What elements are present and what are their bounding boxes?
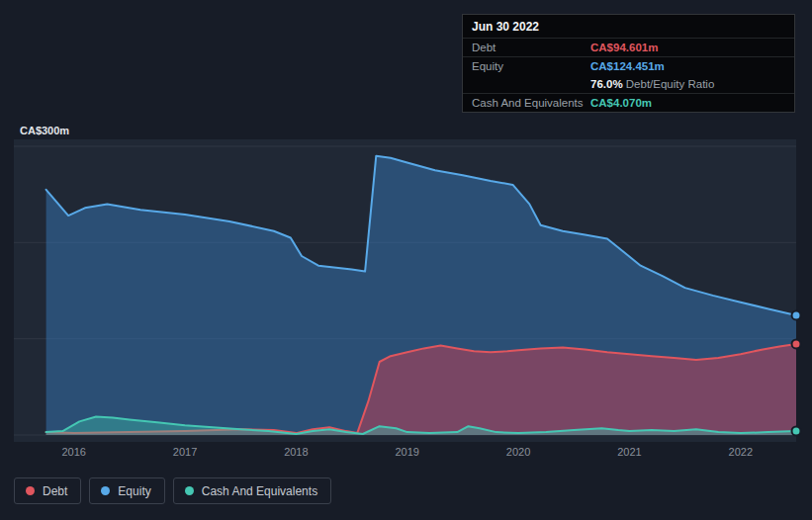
tooltip-ratio-value-group: 76.0% Debt/Equity Ratio xyxy=(590,78,714,90)
tooltip-ratio-value: 76.0% xyxy=(590,78,623,90)
legend: DebtEquityCash And Equivalents xyxy=(14,477,331,504)
chart-tooltip: Jun 30 2022 Debt CA$94.601m Equity CA$12… xyxy=(462,14,795,113)
legend-item-debt[interactable]: Debt xyxy=(14,477,81,504)
tooltip-equity-row: Equity CA$124.451m xyxy=(463,56,794,75)
legend-dot xyxy=(185,486,194,495)
chart-svg[interactable] xyxy=(14,146,796,435)
legend-item-equity[interactable]: Equity xyxy=(89,477,164,504)
legend-dot xyxy=(101,486,110,495)
x-axis-label: 2017 xyxy=(173,446,197,458)
legend-label: Debt xyxy=(43,484,67,498)
tooltip-cash-value: CA$4.070m xyxy=(590,97,652,109)
x-axis-label: 2022 xyxy=(729,446,753,458)
tooltip-cash-label: Cash And Equivalents xyxy=(472,97,590,109)
legend-label: Equity xyxy=(118,484,150,498)
tooltip-date: Jun 30 2022 xyxy=(463,15,794,38)
x-axis-label: 2021 xyxy=(617,446,641,458)
legend-item-cash-and-equivalents[interactable]: Cash And Equivalents xyxy=(173,477,331,504)
tooltip-cash-row: Cash And Equivalents CA$4.070m xyxy=(463,93,794,112)
tooltip-equity-value: CA$124.451m xyxy=(590,60,665,72)
tooltip-ratio-label: Debt/Equity Ratio xyxy=(626,78,715,90)
tooltip-debt-label: Debt xyxy=(472,42,590,53)
tooltip-equity-label: Equity xyxy=(472,60,590,72)
x-axis-label: 2016 xyxy=(61,446,85,458)
tooltip-ratio-row: 76.0% Debt/Equity Ratio xyxy=(463,75,794,93)
x-axis-label: 2020 xyxy=(506,446,530,458)
legend-label: Cash And Equivalents xyxy=(202,484,317,498)
plot-area[interactable] xyxy=(14,139,796,442)
x-axis-label: 2018 xyxy=(284,446,308,458)
x-axis: 2016201720182019202020212022 xyxy=(0,446,812,462)
x-axis-label: 2019 xyxy=(395,446,418,458)
legend-dot xyxy=(26,486,35,495)
y-axis-max-label: CA$300m xyxy=(20,125,69,136)
tooltip-debt-row: Debt CA$94.601m xyxy=(463,38,794,56)
tooltip-debt-value: CA$94.601m xyxy=(590,42,658,53)
